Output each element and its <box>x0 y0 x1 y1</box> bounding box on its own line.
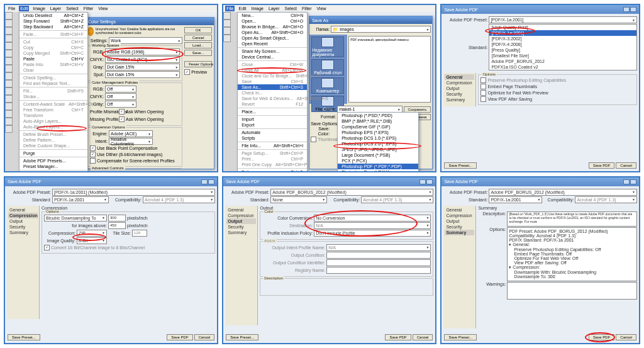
places-sidebar: Недавние документы Рабочий стол Компьюте… <box>309 35 347 104</box>
menubar: File Edit Image Layer Select Filter View <box>5 5 217 12</box>
save-pdf-button[interactable]: Save PDF <box>167 334 192 340</box>
file-menu-dropdown: New...Ctrl+N Open...Ctrl+O Browse in Bri… <box>237 12 308 172</box>
menu-file[interactable]: File <box>225 6 235 11</box>
close-icon[interactable] <box>426 179 433 184</box>
save-preset-button[interactable]: Save Preset... <box>8 334 40 340</box>
format-dropdown: Photoshop (*.PSD;*.PDD) BMP (*.BMP;*.RLE… <box>337 112 419 172</box>
section-sidebar: General Compression Output Security Summ… <box>443 73 476 106</box>
color-conversion-select[interactable]: No Conversion <box>314 215 431 222</box>
warning-icon <box>87 27 94 36</box>
preset-select[interactable]: [PDF/X-1a:2001] (Modified) <box>52 189 215 196</box>
ok-button[interactable]: OK <box>184 27 212 33</box>
save-pdf-button[interactable]: Save PDF <box>589 162 614 169</box>
cancel-button[interactable]: Cancel <box>616 162 636 169</box>
save-as-dialog: Save As Папка:📁 images Недавние документ… <box>309 16 433 169</box>
panel-save-as: File Edit Image Layer Select Filter View… <box>222 4 436 172</box>
chk-optimize-web[interactable]: Optimize for Fast Web Preview <box>480 90 635 96</box>
panel-pdf-compression: Save Adobe PDF Adobe PDF Preset:[PDF/X-1… <box>4 176 218 345</box>
chk-embed-thumbnails[interactable]: Embed Page Thumbnails <box>480 84 635 89</box>
toolbox <box>5 12 20 172</box>
menu-save-as[interactable]: Save As...Shift+Ctrl+S <box>238 84 307 90</box>
chk-preserve-editing[interactable]: Preserve Photoshop Editing Capabilities <box>480 77 635 83</box>
preset-select[interactable]: Adobe PDF_BORUS_2012 (Modified) <box>270 189 433 196</box>
save-preset-button[interactable]: Save Preset... <box>444 162 477 169</box>
save-preset-button[interactable]: Save Preset... <box>226 334 258 340</box>
close-icon[interactable] <box>205 19 211 24</box>
close-icon[interactable] <box>630 7 636 12</box>
preset-select[interactable]: Adobe PDF_BORUS_2012 (Modified) <box>489 189 637 196</box>
standard-list[interactable]: [High Quality Print] [PDF/X-1a:2001] [PD… <box>489 24 637 70</box>
cancel-button[interactable]: Cancel <box>194 334 215 340</box>
toolbox <box>223 12 238 172</box>
panel-pdf-general: Save Adobe PDF Adobe PDF Preset:[PDF/X-1… <box>440 4 640 172</box>
panel-edit-color-settings: File Edit Image Layer Select Filter View… <box>4 4 218 172</box>
save-pdf-button[interactable]: Save PDF <box>589 334 614 340</box>
close-icon[interactable] <box>630 179 636 184</box>
preset-select[interactable]: [PDF/X-1a:2001] <box>489 16 637 23</box>
section-sidebar: General Compression Output Security Summ… <box>225 206 258 325</box>
cancel-button[interactable]: Cancel <box>184 35 212 41</box>
edit-menu-dropdown: Undo DeselectAlt+Ctrl+Z Step ForwardShif… <box>19 12 88 172</box>
panel-pdf-output: Save Adobe PDF Adobe PDF Preset:Adobe PD… <box>222 176 436 345</box>
save-button[interactable]: Сохранить <box>404 106 431 113</box>
save-pdf-button[interactable]: Save PDF <box>385 334 411 340</box>
menubar: File Edit Image Layer Select Filter View <box>223 5 435 12</box>
profile-policy-select[interactable]: Don't Include Profile <box>314 230 431 237</box>
help-icon[interactable] <box>623 7 630 12</box>
compression-select[interactable]: ZIP <box>77 230 107 237</box>
file-list[interactable]: PDF эталонный, цветопробный пикассо <box>348 36 431 103</box>
save-preset-button[interactable]: Save Preset... <box>444 334 477 340</box>
summary-options: PDF Preset: Adobe PDF_BORUS_2012 (Modifi… <box>507 227 637 281</box>
close-icon[interactable] <box>423 18 430 23</box>
chk-view-after-save[interactable]: View PDF After Saving <box>480 96 635 102</box>
section-sidebar: General Compression Output Security Summ… <box>443 206 476 328</box>
menu-color-settings[interactable]: Color Settings...Shift+Ctrl+K <box>19 171 87 172</box>
color-settings-dialog: Color Settings Unsynchronized: Your Crea… <box>85 17 214 169</box>
downsample-method[interactable]: Bicubic Downsampling To <box>44 215 107 222</box>
cancel-button[interactable]: Cancel <box>616 334 636 340</box>
cancel-button[interactable]: Cancel <box>413 334 433 340</box>
close-icon[interactable] <box>208 179 214 184</box>
menu-edit[interactable]: Edit <box>19 6 29 11</box>
section-sidebar: General Compression Output Security Summ… <box>7 206 40 319</box>
panel-pdf-summary: Save Adobe PDF Adobe PDF Preset:Adobe PD… <box>440 176 640 345</box>
